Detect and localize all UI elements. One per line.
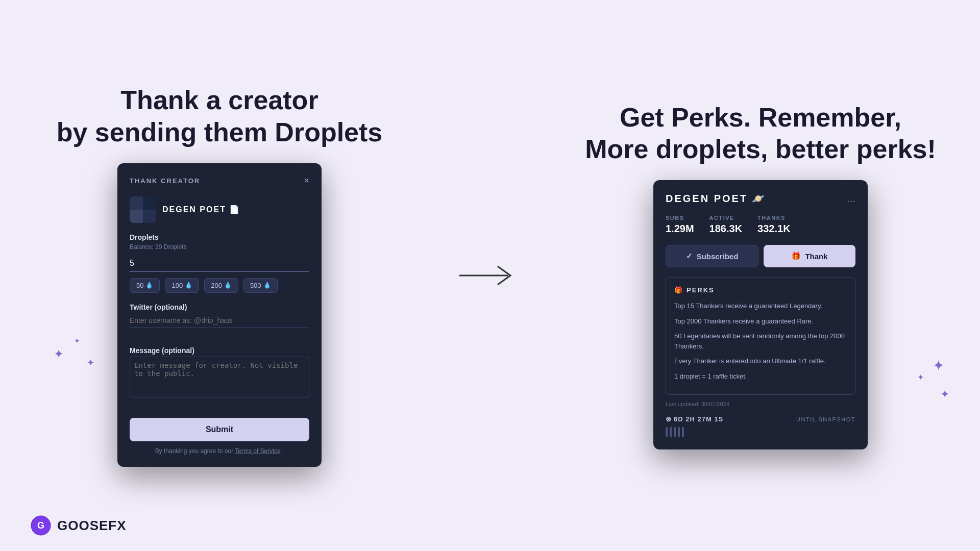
droplet-icon-100: 💧 [185,282,192,289]
progress-bars [666,427,855,437]
thank-creator-modal: THANK CREATOR × DEGEN POET 📄 [117,163,322,467]
stat-thanks: THANKS 332.1K [757,215,791,235]
progress-bar-3 [674,427,676,437]
twitter-label: Twitter (optional) [130,303,309,311]
main-container: Thank a creator by sending them Droplets… [0,0,980,551]
right-heading-line1: Get Perks. Remember, [620,103,901,132]
sparkle-6: ✦ [940,388,949,401]
creator-emoji: 📄 [229,205,240,214]
profile-name: DEGEN POET 🪐 [666,192,766,205]
svg-text:G: G [37,520,44,531]
preset-50-button[interactable]: 50 💧 [130,278,160,293]
stat-active: ACTIVE 186.3K [709,215,743,235]
modal-header: THANK CREATOR × [130,176,309,186]
right-heading: Get Perks. Remember, More droplets, bett… [585,102,936,165]
stats-row: SUBS 1.29M ACTIVE 186.3K THANKS 332.1K [666,215,855,235]
sparkle-3: ✦ [87,357,94,368]
message-label: Message (optional) [130,346,309,355]
subscribed-button[interactable]: ✓ Subscribed [666,245,758,267]
creator-avatar [130,196,156,223]
preset-500-button[interactable]: 500 💧 [243,278,278,293]
profile-header: DEGEN POET 🪐 ... [666,192,855,205]
arrow-section [459,255,521,296]
perks-title: 🎁 PERKS [674,286,847,294]
gift-icon: 🎁 [791,252,801,261]
profile-card: DEGEN POET 🪐 ... SUBS 1.29M ACTIVE 186.3… [653,180,868,449]
countdown-icon: ⊗ [666,415,672,423]
left-heading: Thank a creator by sending them Droplets [57,84,383,148]
last-updated: Last updated: 30/01/2024 [666,401,855,407]
progress-bar-1 [666,427,668,437]
right-section: Get Perks. Remember, More droplets, bett… [582,102,939,450]
creator-info: DEGEN POET 📄 [130,196,309,223]
progress-bar-5 [682,427,684,437]
right-heading-line2: More droplets, better perks! [585,134,936,164]
perk-item-1: Top 15 Thankers receive a guaranteed Leg… [674,301,847,311]
sparkle-4: ✦ [933,357,944,374]
droplets-balance: Balance: 39 Droplets [130,243,309,251]
until-snapshot: UNTIL SNAPSHOT [796,416,855,422]
countdown-text: ⊗ 6D 2H 27M 1S [666,415,723,423]
message-section: Message (optional) [130,346,309,410]
thank-button[interactable]: 🎁 Thank [764,245,855,267]
profile-menu-button[interactable]: ... [847,193,855,205]
arrow-icon [459,255,521,296]
droplet-icon-200: 💧 [224,282,232,289]
preset-200-button[interactable]: 200 💧 [204,278,238,293]
logo-text: GOOSEFX [57,518,127,534]
twitter-section: Twitter (optional) [130,303,309,338]
droplets-section: Droplets Balance: 39 Droplets 50 💧 100 💧… [130,233,309,293]
terms-text: By thanking you agree to our Terms of Se… [130,447,309,455]
left-section: Thank a creator by sending them Droplets… [41,84,398,467]
droplets-input[interactable] [130,256,309,272]
perks-icon: 🎁 [674,286,683,294]
droplet-icon-500: 💧 [263,282,271,289]
logo-section: G GOOSEFX [31,515,127,536]
modal-close-button[interactable]: × [304,176,309,186]
twitter-input[interactable] [130,313,309,328]
countdown-section: ⊗ 6D 2H 27M 1S UNTIL SNAPSHOT [666,415,855,423]
progress-bar-2 [670,427,672,437]
profile-emoji: 🪐 [752,192,766,205]
sparkle-2: ✦ [74,337,80,345]
perk-item-5: 1 droplet = 1 raffle ticket. [674,371,847,382]
stat-subs: SUBS 1.29M [666,215,694,235]
preset-buttons: 50 💧 100 💧 200 💧 500 💧 [130,278,309,293]
perk-item-3: 50 Legendaries will be sent randomly amo… [674,331,847,351]
left-heading-line2: by sending them Droplets [57,117,383,147]
preset-100-button[interactable]: 100 💧 [165,278,199,293]
terms-link[interactable]: Terms of Service [235,447,280,455]
submit-button[interactable]: Submit [130,418,309,441]
perk-item-4: Every Thanker is entered into an Ultimat… [674,356,847,366]
action-buttons: ✓ Subscribed 🎁 Thank [666,245,855,267]
creator-name: DEGEN POET 📄 [162,205,240,214]
sparkle-1: ✦ [54,347,64,361]
message-textarea[interactable] [130,357,309,397]
goosefx-logo-icon: G [31,515,51,536]
check-icon: ✓ [686,252,693,261]
perks-box: 🎁 PERKS Top 15 Thankers receive a guaran… [666,278,855,395]
modal-title: THANK CREATOR [130,177,200,185]
sparkle-5: ✦ [917,372,924,382]
droplet-icon-50: 💧 [145,282,153,289]
progress-bar-4 [678,427,680,437]
left-heading-line1: Thank a creator [120,85,318,115]
droplets-label: Droplets [130,233,309,241]
perk-item-2: Top 2000 Thankers receive a guaranteed R… [674,316,847,327]
